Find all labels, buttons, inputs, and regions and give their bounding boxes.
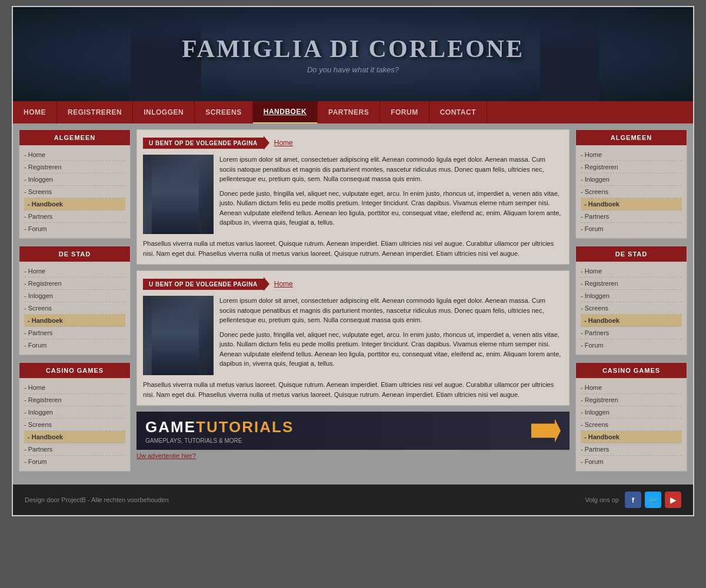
article-body: Lorem ipsum dolor sit amet, consectetuer… [143,155,563,234]
sidebar-link[interactable]: - Screens [581,419,682,431]
content-wrapper: ALGEMEEN- Home- Registreren- Inloggen- S… [13,123,693,485]
figure-right [540,19,599,101]
sidebar-link[interactable]: - Registreren [581,161,682,173]
sidebar-link[interactable]: - Handboek [24,198,125,211]
sidebar-link[interactable]: - Home [581,265,682,278]
sidebar-link[interactable]: - Inloggen [24,290,125,302]
nav-item-registreren[interactable]: REGISTREREN [57,101,133,123]
sidebar-section: DE STAD- Home- Registreren- Inloggen- Sc… [575,246,687,355]
sidebar-link[interactable]: - Home [24,265,125,278]
nav-item-partners[interactable]: PARTNERS [318,101,380,123]
sidebar-link[interactable]: - Forum [24,456,125,467]
sidebar-link[interactable]: - Home [581,149,682,161]
article-continuation: Phasellus viverra nulla ut metus varius … [143,239,563,258]
sidebar-link[interactable]: - Screens [581,302,682,315]
sidebar-link[interactable]: - Partners [581,211,682,223]
sidebar-link[interactable]: - Screens [24,419,125,431]
article-figure [152,163,199,234]
sidebar-link[interactable]: - Partners [581,443,682,456]
breadcrumb-home-link[interactable]: Home [274,280,293,288]
sidebar-link[interactable]: - Forum [24,339,125,351]
ad-text: GAMETUTORIALSGAMEPLAYS, TUTORIALS & MORE [145,418,294,444]
nav-item-home[interactable]: HOME [13,101,57,123]
ad-banner[interactable]: GAMETUTORIALSGAMEPLAYS, TUTORIALS & MORE [136,412,570,450]
footer-social: Volg ons op f🐦▶ [585,492,682,508]
ad-link[interactable]: Uw advertentie hier? [136,452,570,459]
sidebar-link[interactable]: - Home [581,382,682,394]
article-paragraph-1: Lorem ipsum dolor sit amet, consectetuer… [219,155,563,184]
sidebar-link[interactable]: - Registreren [24,394,125,406]
site-subtitle: Do you have what it takes? [182,65,524,74]
sidebar-link[interactable]: - Partners [581,327,682,339]
breadcrumb-label: U BENT OP DE VOLGENDE PAGINA [143,138,264,149]
article-body: Lorem ipsum dolor sit amet, consectetuer… [143,296,563,375]
breadcrumb-arrow-icon [264,277,269,291]
breadcrumb-arrow-icon [264,136,269,150]
sidebar-link[interactable]: - Forum [581,339,682,351]
sidebar-link[interactable]: - Partners [24,443,125,456]
article-figure [152,305,199,375]
sidebar-section-header: CASINO GAMES [19,363,130,378]
youtube-icon[interactable]: ▶ [665,492,681,508]
navigation: HOMEREGISTRERENINLOGGENSCREENSHANDBOEKPA… [13,101,693,123]
facebook-icon[interactable]: f [625,492,641,508]
article-block-0: U BENT OP DE VOLGENDE PAGINAHomeLorem ip… [136,129,570,265]
sidebar-link[interactable]: - Partners [24,211,125,223]
ad-arrow-icon [531,419,561,443]
sidebar-link[interactable]: - Handboek [581,315,682,327]
sidebar-section-header: DE STAD [19,246,130,262]
nav-item-handboek[interactable]: HANDBOEK [253,101,318,123]
sidebar-link[interactable]: - Registreren [581,278,682,290]
ad-title: GAMETUTORIALS [145,418,294,436]
sidebar-link[interactable]: - Screens [581,186,682,198]
sidebar-link[interactable]: - Registreren [24,278,125,290]
sidebar-link[interactable]: - Screens [24,186,125,198]
sidebar-link[interactable]: - Inloggen [581,406,682,419]
sidebar-section-header: DE STAD [576,246,687,262]
sidebar-section-header: ALGEMEEN [576,130,687,145]
article-text: Lorem ipsum dolor sit amet, consectetuer… [219,155,563,234]
sidebar-section: ALGEMEEN- Home- Registreren- Inloggen- S… [19,129,131,239]
sidebar-link[interactable]: - Forum [24,223,125,235]
sidebar-link[interactable]: - Registreren [24,161,125,173]
footer-credit: Design door ProjectB - Alle rechten voor… [25,496,169,503]
breadcrumb-home-link[interactable]: Home [274,139,293,147]
article-paragraph-1: Lorem ipsum dolor sit amet, consectetuer… [219,296,563,325]
sidebar-link[interactable]: - Handboek [581,431,682,443]
sidebar-link[interactable]: - Inloggen [581,173,682,186]
sidebar-link[interactable]: - Home [24,149,125,161]
nav-item-forum[interactable]: FORUM [380,101,429,123]
nav-item-screens[interactable]: SCREENS [195,101,253,123]
sidebar-link[interactable]: - Forum [581,223,682,235]
breadcrumb: U BENT OP DE VOLGENDE PAGINAHome [143,136,563,150]
breadcrumb-label: U BENT OP DE VOLGENDE PAGINA [143,279,264,290]
sidebar-section-header: CASINO GAMES [576,363,687,378]
header-title-block: FAMIGLIA DI CORLEONE Do you have what it… [182,35,524,74]
twitter-icon[interactable]: 🐦 [645,492,661,508]
sidebar-section: ALGEMEEN- Home- Registreren- Inloggen- S… [575,129,687,239]
sidebar-link[interactable]: - Home [24,382,125,394]
sidebar-link[interactable]: - Screens [24,302,125,315]
sidebar-links: - Home- Registreren- Inloggen- Screens- … [19,145,130,238]
sidebar-links: - Home- Registreren- Inloggen- Screens- … [576,145,687,238]
sidebar-links: - Home- Registreren- Inloggen- Screens- … [576,378,687,471]
sidebar-link[interactable]: - Inloggen [24,173,125,186]
sidebar-link[interactable]: - Inloggen [581,290,682,302]
site-title: FAMIGLIA DI CORLEONE [182,35,524,63]
article-image [143,296,214,375]
follow-label: Volg ons op [585,496,620,503]
sidebar-link[interactable]: - Partners [24,327,125,339]
article-text: Lorem ipsum dolor sit amet, consectetuer… [219,296,563,375]
sidebar-link[interactable]: - Inloggen [24,406,125,419]
sidebar-link[interactable]: - Handboek [24,431,125,443]
sidebar-link[interactable]: - Handboek [581,198,682,211]
article-block-1: U BENT OP DE VOLGENDE PAGINAHomeLorem ip… [136,270,570,406]
sidebar-section: DE STAD- Home- Registreren- Inloggen- Sc… [19,246,131,355]
article-paragraph-2: Donec pede justo, fringilla vel, aliquet… [219,189,563,228]
sidebar-link[interactable]: - Registreren [581,394,682,406]
nav-item-contact[interactable]: CONTACT [429,101,487,123]
sidebar-link[interactable]: - Handboek [24,315,125,327]
sidebar-link[interactable]: - Forum [581,456,682,467]
ad-block: GAMETUTORIALSGAMEPLAYS, TUTORIALS & MORE… [136,412,570,459]
nav-item-inloggen[interactable]: INLOGGEN [133,101,195,123]
